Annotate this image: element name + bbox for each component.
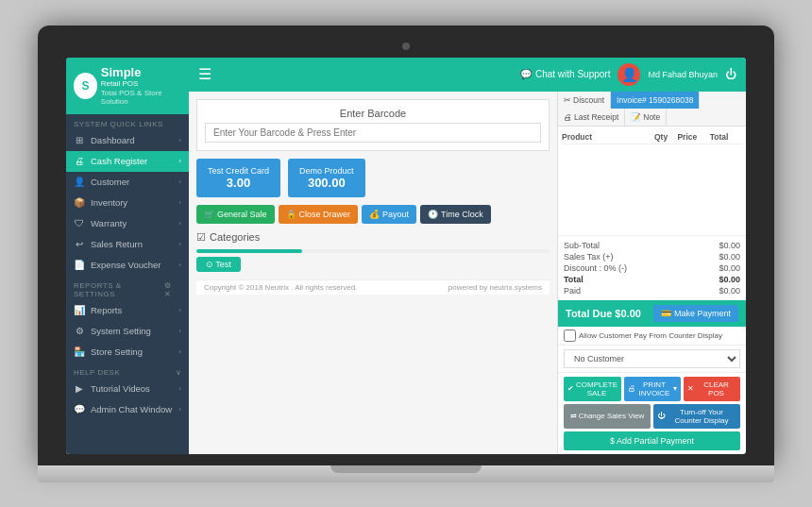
sidebar-item-inventory[interactable]: 📦 Inventory › <box>66 193 189 213</box>
topnav-left: ☰ <box>198 65 211 83</box>
note-label: Note <box>643 112 660 122</box>
chevron-right-icon-store: › <box>178 347 181 356</box>
top-nav: ☰ 💬 Chat with Support 👤 Md Fahad Bhuyan <box>189 58 746 92</box>
close-drawer-label: Close Drawer <box>299 210 351 219</box>
inventory-icon: 📦 <box>74 197 85 209</box>
col-total: Total <box>710 132 742 142</box>
hamburger-icon[interactable]: ☰ <box>198 65 211 83</box>
change-sales-view-button[interactable]: ⇄ Change Sales View <box>564 404 651 429</box>
print-invoice-button[interactable]: 🖨 PRINT INVOICE ▾ <box>624 377 681 401</box>
sidebar-item-sales-return[interactable]: ↩ Sales Return › <box>66 234 189 255</box>
sidebar-item-dashboard[interactable]: ⊞ Dashboard › <box>66 130 189 151</box>
invoice-label: Invoice# 1590268038 <box>617 95 693 105</box>
tab-invoice[interactable]: Invoice# 1590268038 <box>611 92 700 109</box>
sidebar-item-tutorial[interactable]: ▶ Tutorial Videos › <box>66 379 189 399</box>
barcode-input[interactable] <box>205 123 541 143</box>
sidebar-item-reports[interactable]: 📊 Reports › <box>66 300 189 321</box>
time-clock-button[interactable]: 🕐 Time Clock <box>420 205 491 224</box>
powered-by-text: powered by neutrix.systems <box>448 283 542 292</box>
discount-label: Discount <box>573 95 604 105</box>
add-partial-payment-button[interactable]: $ Add Partial Payment <box>564 431 740 450</box>
sidebar-item-system-setting[interactable]: ⚙ System Setting › <box>66 321 189 342</box>
col-product: Product <box>562 132 654 142</box>
paid-label: Paid <box>564 286 581 296</box>
customer-select[interactable]: No Customer <box>564 349 740 368</box>
right-panel: ✂ Discount Invoice# 1590268038 🖨 Last Re… <box>557 92 746 454</box>
brand-tagline: Retail POS <box>101 79 181 89</box>
total-due-label: Total Due $0.00 <box>566 308 641 319</box>
action-buttons: 🛒 General Sale 🔒 Close Drawer 💰 Payout <box>196 205 550 224</box>
payout-button[interactable]: 💰 Payout <box>362 205 416 224</box>
sidebar-item-warranty[interactable]: 🛡 Warranty › <box>66 213 189 234</box>
power-icon[interactable]: ⏻ <box>725 68 736 81</box>
total-value: $0.00 <box>719 275 740 284</box>
chat-support[interactable]: 💬 Chat with Support <box>520 69 611 79</box>
order-table: Product Qty Price Total <box>558 127 746 235</box>
dropdown-icon: ▾ <box>673 384 677 393</box>
payout-label: Payout <box>382 210 409 219</box>
discount-icon: ✂ <box>564 95 571 105</box>
category-tab-test[interactable]: ⊙ Test <box>196 257 241 272</box>
helpdesk-label: HELP DESK ∨ <box>66 363 189 379</box>
discount-value: $0.00 <box>719 263 740 273</box>
close-drawer-button[interactable]: 🔒 Close Drawer <box>279 205 359 224</box>
chevron-right-icon-chat: › <box>178 405 181 414</box>
clear-icon: ✕ <box>687 384 694 393</box>
content-row: Enter Barcode Test Credit Card 3.00 Demo… <box>189 92 746 454</box>
complete-sale-label: COMPLETE SALE <box>576 380 617 397</box>
chevron-down-icon: ∨ <box>176 368 182 377</box>
sidebar-item-store-setting[interactable]: 🏪 Store Setting › <box>66 342 189 363</box>
print-invoice-label: PRINT INVOICE <box>637 380 671 397</box>
logo-icon: S <box>74 73 97 99</box>
tab-note[interactable]: 📝 Note <box>625 109 667 126</box>
last-receipt-icon: 🖨 <box>564 112 572 122</box>
system-quick-links-label: SYSTEM QUICK LINKS <box>66 114 189 130</box>
sidebar-item-expense-voucher[interactable]: 📄 Expense Voucher › <box>66 255 189 276</box>
screen-bezel: S Simple Retail POS Total POS & Store So… <box>38 25 774 465</box>
bottom-actions: ✔ COMPLETE SALE 🖨 PRINT INVOICE ▾ <box>558 373 746 454</box>
system-setting-icon: ⚙ <box>74 326 85 337</box>
make-payment-button[interactable]: 💳 Make Payment <box>653 305 738 322</box>
last-receipt-label: Last Receipt <box>574 112 618 122</box>
chevron-right-icon-sales-return: › <box>178 240 181 248</box>
product-card-test[interactable]: Test Credit Card 3.00 <box>196 159 280 197</box>
general-sale-label: General Sale <box>217 210 267 219</box>
logo-text: Simple Retail POS Total POS & Store Solu… <box>101 65 181 107</box>
sidebar-label-expense-voucher: Expense Voucher <box>91 260 161 270</box>
sidebar-item-cash-register[interactable]: 🖨 Cash Register › <box>66 151 189 172</box>
clear-pos-button[interactable]: ✕ CLEAR POS <box>684 377 740 401</box>
warranty-icon: 🛡 <box>74 218 85 229</box>
app-container: S Simple Retail POS Total POS & Store So… <box>66 58 746 454</box>
panel-tabs: ✂ Discount Invoice# 1590268038 🖨 Last Re… <box>558 92 746 127</box>
barcode-section: Enter Barcode <box>196 99 550 151</box>
counter-display-checkbox[interactable] <box>564 330 576 342</box>
sidebar-item-customer[interactable]: 👤 Customer › <box>66 172 189 193</box>
cash-icon: 🖨 <box>74 156 85 167</box>
tab-last-receipt[interactable]: 🖨 Last Receipt <box>558 109 625 126</box>
progress-bar-fill <box>196 249 302 253</box>
product-card-demo[interactable]: Demo Product 300.00 <box>288 159 365 197</box>
categories-title: Categories <box>210 231 260 243</box>
sidebar-label-store-setting: Store Setting <box>91 346 143 357</box>
make-payment-label: Make Payment <box>674 309 731 318</box>
category-tabs: ⊙ Test <box>196 257 550 272</box>
turn-off-counter-button[interactable]: ⏻ Turn-off Your Counter Display <box>653 404 740 429</box>
complete-sale-button[interactable]: ✔ COMPLETE SALE <box>564 377 621 401</box>
copyright-text: Copyright © 2018 Neutrix . All rights re… <box>204 283 357 292</box>
product-qty-demo: 300.00 <box>299 176 354 190</box>
chat-icon: 💬 <box>74 404 85 415</box>
reports-settings-label: REPORTS & SETTINGS ⚙ ✕ <box>66 276 189 300</box>
time-clock-icon: 🕐 <box>428 210 438 219</box>
pos-area: Enter Barcode Test Credit Card 3.00 Demo… <box>189 92 557 454</box>
paid-row: Paid $0.00 <box>564 285 740 296</box>
brand-name: Simple <box>101 65 181 80</box>
general-sale-button[interactable]: 🛒 General Sale <box>196 205 275 224</box>
sidebar-item-admin-chat[interactable]: 💬 Admin Chat Window › <box>66 399 189 420</box>
laptop-base <box>38 465 774 482</box>
payment-icon: 💳 <box>661 309 671 318</box>
general-sale-icon: 🛒 <box>204 210 214 219</box>
product-name-demo: Demo Product <box>299 166 354 176</box>
print-icon: 🖨 <box>628 384 635 393</box>
tab-discount[interactable]: ✂ Discount <box>558 92 611 109</box>
customer-icon: 👤 <box>74 177 85 188</box>
